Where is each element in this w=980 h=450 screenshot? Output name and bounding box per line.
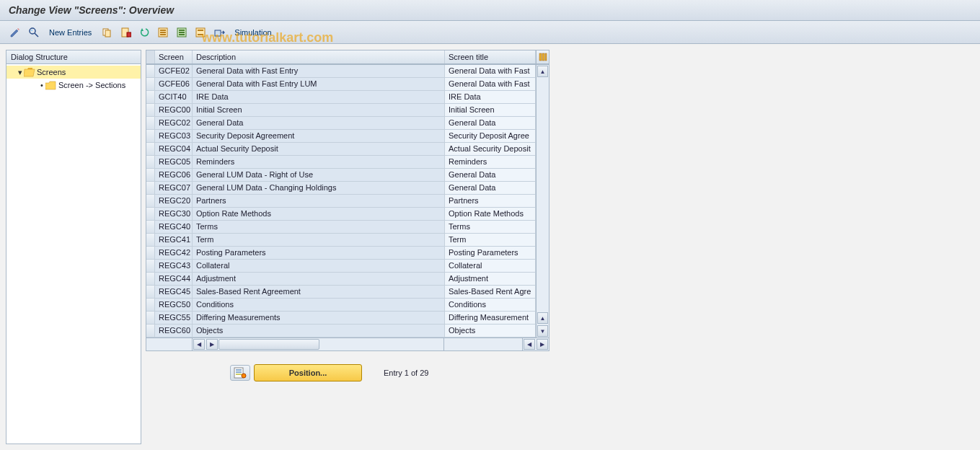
position-button[interactable]: Position...: [254, 364, 362, 381]
col-header-screen[interactable]: Screen: [155, 50, 193, 63]
table-row[interactable]: REGC44AdjustmentAdjustment: [146, 273, 536, 286]
cell-description[interactable]: Differing Measurements: [193, 312, 445, 324]
cell-screen-title[interactable]: Conditions: [445, 299, 536, 311]
cell-description[interactable]: Actual Security Deposit: [193, 143, 445, 155]
table-row[interactable]: REGC04Actual Security DepositActual Secu…: [146, 143, 536, 156]
cell-screen[interactable]: REGC02: [155, 117, 193, 129]
row-selector[interactable]: [146, 247, 155, 259]
table-row[interactable]: REGC03Security Deposit AgreementSecurity…: [146, 130, 536, 143]
cell-screen-title[interactable]: Partners: [445, 195, 536, 207]
table-row[interactable]: GCIT40IRE DataIRE Data: [146, 91, 536, 104]
scroll-right-icon[interactable]: ▶: [206, 339, 218, 350]
row-selector-header[interactable]: [146, 50, 155, 63]
row-selector[interactable]: [146, 325, 155, 337]
cell-screen-title[interactable]: Objects: [445, 325, 536, 337]
tree-node-screen-sections[interactable]: • Screen -> Sections: [6, 79, 141, 92]
cell-screen[interactable]: REGC44: [155, 273, 193, 285]
cell-screen[interactable]: REGC06: [155, 169, 193, 181]
row-selector[interactable]: [146, 273, 155, 285]
row-selector[interactable]: [146, 104, 155, 116]
select-all-icon[interactable]: [155, 25, 171, 40]
cell-screen-title[interactable]: Adjustment: [445, 273, 536, 285]
cell-screen-title[interactable]: General Data with Fast: [445, 65, 536, 77]
copy-icon[interactable]: [99, 25, 115, 40]
cell-description[interactable]: Conditions: [193, 299, 445, 311]
cell-screen-title[interactable]: Collateral: [445, 260, 536, 272]
row-selector[interactable]: [146, 130, 155, 142]
table-row[interactable]: REGC43CollateralCollateral: [146, 260, 536, 273]
cell-screen-title[interactable]: Terms: [445, 221, 536, 233]
row-selector[interactable]: [146, 286, 155, 298]
table-row[interactable]: REGC30Option Rate MethodsOption Rate Met…: [146, 208, 536, 221]
cell-screen[interactable]: REGC50: [155, 299, 193, 311]
cell-screen[interactable]: REGC45: [155, 286, 193, 298]
cell-description[interactable]: Posting Parameters: [193, 247, 445, 259]
cell-screen-title[interactable]: General Data: [445, 169, 536, 181]
row-selector[interactable]: [146, 182, 155, 194]
cell-screen[interactable]: GCFE02: [155, 65, 193, 77]
table-row[interactable]: REGC02General DataGeneral Data: [146, 117, 536, 130]
table-row[interactable]: REGC50ConditionsConditions: [146, 299, 536, 312]
row-selector[interactable]: [146, 78, 155, 90]
cell-screen-title[interactable]: Initial Screen: [445, 104, 536, 116]
cell-screen-title[interactable]: Term: [445, 234, 536, 246]
cell-screen[interactable]: REGC00: [155, 104, 193, 116]
position-icon[interactable]: [230, 365, 250, 381]
collapse-icon[interactable]: ▾: [17, 68, 24, 77]
row-selector[interactable]: [146, 299, 155, 311]
cell-screen-title[interactable]: General Data: [445, 117, 536, 129]
cell-screen-title[interactable]: Posting Parameters: [445, 247, 536, 259]
row-selector[interactable]: [146, 195, 155, 207]
cell-screen-title[interactable]: Reminders: [445, 156, 536, 168]
cell-screen[interactable]: REGC41: [155, 234, 193, 246]
find-icon[interactable]: [26, 25, 42, 40]
table-row[interactable]: REGC42Posting ParametersPosting Paramete…: [146, 247, 536, 260]
cell-screen[interactable]: REGC40: [155, 221, 193, 233]
table-row[interactable]: GCFE06General Data with Fast Entry LUMGe…: [146, 78, 536, 91]
cell-description[interactable]: Objects: [193, 325, 445, 337]
cell-description[interactable]: General Data with Fast Entry: [193, 65, 445, 77]
cell-description[interactable]: General LUM Data - Right of Use: [193, 169, 445, 181]
vertical-scrollbar[interactable]: ▲ ▲ ▼: [536, 50, 549, 338]
configure-icon[interactable]: [211, 25, 227, 40]
row-selector[interactable]: [146, 91, 155, 103]
scroll-thumb[interactable]: [218, 339, 319, 350]
simulation-button[interactable]: Simulation: [230, 25, 275, 40]
scroll-left-icon-2[interactable]: ◀: [524, 339, 535, 350]
scroll-up-icon[interactable]: ▲: [537, 66, 548, 77]
col-header-screen-title[interactable]: Screen title: [445, 50, 536, 63]
cell-description[interactable]: Adjustment: [193, 273, 445, 285]
cell-description[interactable]: Option Rate Methods: [193, 208, 445, 220]
undo-icon[interactable]: [136, 25, 152, 40]
cell-description[interactable]: Partners: [193, 195, 445, 207]
cell-description[interactable]: Sales-Based Rent Agreement: [193, 286, 445, 298]
horizontal-scrollbar[interactable]: ◀ ▶ ◀ ▶: [146, 338, 549, 351]
cell-screen[interactable]: REGC20: [155, 195, 193, 207]
select-block-icon[interactable]: [174, 25, 190, 40]
cell-screen[interactable]: REGC03: [155, 130, 193, 142]
cell-screen[interactable]: GCFE06: [155, 78, 193, 90]
row-selector[interactable]: [146, 208, 155, 220]
cell-screen[interactable]: GCIT40: [155, 91, 193, 103]
row-selector[interactable]: [146, 143, 155, 155]
cell-screen[interactable]: REGC05: [155, 156, 193, 168]
deselect-all-icon[interactable]: [193, 25, 208, 40]
dialog-structure-tree[interactable]: ▾ Screens • Screen -> Sections: [6, 64, 141, 444]
row-selector[interactable]: [146, 169, 155, 181]
cell-description[interactable]: IRE Data: [193, 91, 445, 103]
table-row[interactable]: REGC00Initial ScreenInitial Screen: [146, 104, 536, 117]
scroll-right-icon-2[interactable]: ▶: [537, 339, 548, 350]
table-row[interactable]: REGC45Sales-Based Rent AgreementSales-Ba…: [146, 286, 536, 299]
col-header-description[interactable]: Description: [193, 50, 445, 63]
cell-screen-title[interactable]: General Data: [445, 182, 536, 194]
row-selector[interactable]: [146, 260, 155, 272]
cell-description[interactable]: General Data: [193, 117, 445, 129]
cell-screen-title[interactable]: Security Deposit Agree: [445, 130, 536, 142]
table-row[interactable]: REGC40TermsTerms: [146, 221, 536, 234]
row-selector[interactable]: [146, 312, 155, 324]
row-selector[interactable]: [146, 117, 155, 129]
delete-icon[interactable]: [118, 25, 133, 40]
table-row[interactable]: REGC07General LUM Data - Changing Holdin…: [146, 182, 536, 195]
cell-screen-title[interactable]: Actual Security Deposit: [445, 143, 536, 155]
cell-screen[interactable]: REGC60: [155, 325, 193, 337]
